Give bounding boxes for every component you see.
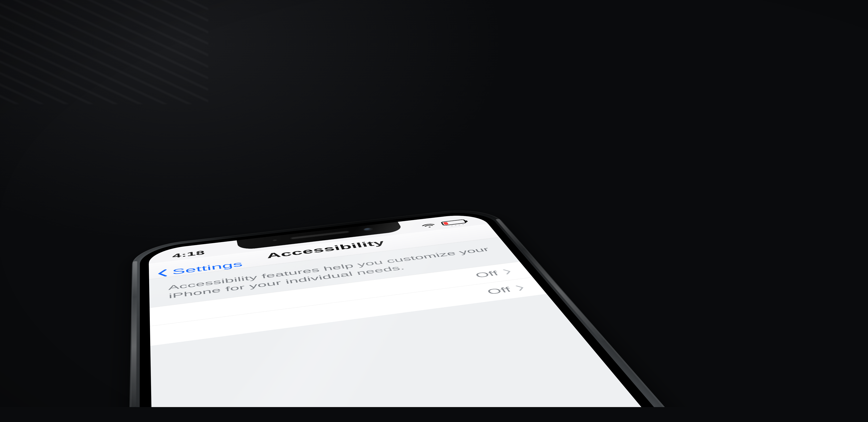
wifi-icon (420, 222, 437, 229)
chevron-right-icon (514, 284, 527, 291)
front-camera (363, 228, 373, 231)
proximity-sensor (273, 239, 277, 241)
iphone-device: 4:18 (126, 206, 744, 407)
row-value: Off (473, 269, 500, 279)
chevron-right-icon (501, 269, 514, 275)
photo-stage: 4:18 (0, 0, 868, 407)
battery-low-icon (440, 219, 467, 226)
chevron-left-icon (156, 269, 170, 278)
row-value: Off (485, 285, 513, 296)
